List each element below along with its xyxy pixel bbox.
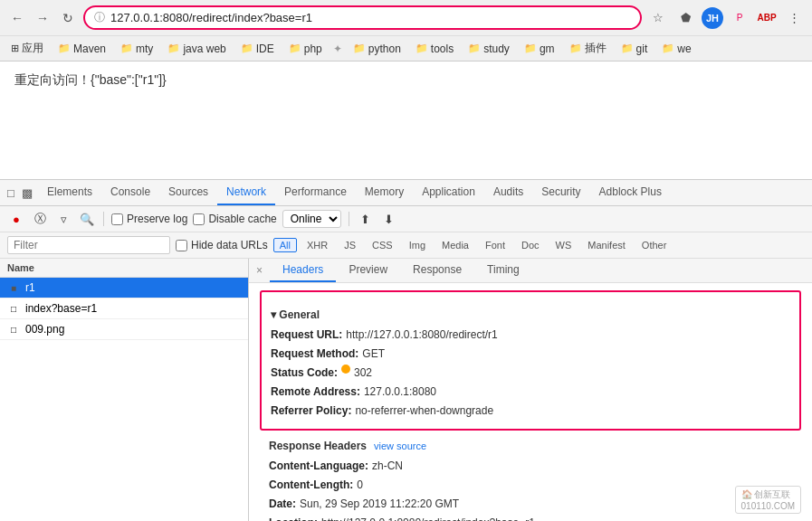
network-list: Name ■ r1 □ index?base=r1 □ 009.png xyxy=(0,259,249,521)
filter-js[interactable]: JS xyxy=(338,238,362,252)
network-item-name: index?base=r1 xyxy=(25,302,97,315)
back-button[interactable]: ← xyxy=(7,8,27,28)
hide-data-urls-checkbox[interactable] xyxy=(176,240,187,251)
disable-cache-label[interactable]: Disable cache xyxy=(193,213,276,225)
devtools-tab-bar: □ ▩ Elements Console Sources Network Per… xyxy=(0,180,812,206)
watermark-text: 🏠 创新互联 xyxy=(741,489,791,499)
tab-memory[interactable]: Memory xyxy=(356,180,413,205)
network-item-index[interactable]: □ index?base=r1 xyxy=(0,298,248,319)
preserve-log-label[interactable]: Preserve log xyxy=(111,213,187,225)
remote-address-key: Remote Address: xyxy=(271,384,360,400)
filter-ws[interactable]: WS xyxy=(549,238,578,252)
hide-data-urls-label[interactable]: Hide data URLs xyxy=(176,239,268,251)
folder-icon: 📁 xyxy=(58,43,71,54)
reload-button[interactable]: ↻ xyxy=(58,8,78,28)
bookmark-we[interactable]: 📁 we xyxy=(658,41,694,57)
bookmark-label: php xyxy=(304,43,322,55)
qr-button[interactable]: ⬟ xyxy=(674,7,696,29)
request-url-key: Request URL: xyxy=(271,327,342,343)
response-view-source[interactable]: view source xyxy=(374,440,426,451)
filter-button[interactable]: ▿ xyxy=(54,210,72,228)
filter-xhr[interactable]: XHR xyxy=(301,238,334,252)
filter-input[interactable] xyxy=(7,236,170,254)
referrer-policy-val: no-referrer-when-downgrade xyxy=(355,403,493,419)
folder-icon: 📁 xyxy=(621,43,634,54)
network-item-r1[interactable]: ■ r1 xyxy=(0,278,248,298)
file-icon: ■ xyxy=(7,281,20,294)
tab-performance[interactable]: Performance xyxy=(275,180,356,205)
bookmark-python[interactable]: 📁 python xyxy=(349,41,405,57)
bookmark-label: study xyxy=(483,43,510,55)
clear-button[interactable]: Ⓧ xyxy=(31,210,49,228)
tab-sources[interactable]: Sources xyxy=(159,180,217,205)
devtools-panel: □ ▩ Elements Console Sources Network Per… xyxy=(0,179,812,521)
device-icon[interactable]: ▩ xyxy=(20,185,34,200)
import-button[interactable]: ⬆ xyxy=(357,210,375,228)
bookmark-javaweb[interactable]: 📁 java web xyxy=(164,41,229,57)
content-language-row: Content-Language: zh-CN xyxy=(269,458,801,474)
bookmark-label: git xyxy=(636,43,648,55)
filter-media[interactable]: Media xyxy=(435,238,475,252)
bookmark-mty[interactable]: 📁 mty xyxy=(117,41,157,57)
bookmark-ide[interactable]: 📁 IDE xyxy=(237,41,278,57)
adblock-button[interactable]: ABP xyxy=(756,7,778,29)
address-bar[interactable]: ⓘ 127.0.0.1:8080/redirect/index?base=r1 xyxy=(83,5,642,30)
tab-security[interactable]: Security xyxy=(532,180,589,205)
disable-cache-checkbox[interactable] xyxy=(193,213,205,225)
bookmark-study[interactable]: 📁 study xyxy=(464,41,513,57)
bookmark-apps[interactable]: ⊞ 应用 xyxy=(7,39,47,58)
tab-audits[interactable]: Audits xyxy=(484,180,532,205)
bookmark-git[interactable]: 📁 git xyxy=(617,41,652,57)
throttle-select[interactable]: Online xyxy=(282,210,341,228)
tab-network[interactable]: Network xyxy=(217,180,275,205)
tab-elements[interactable]: Elements xyxy=(38,180,101,205)
bookmark-label: tools xyxy=(431,43,454,55)
filter-img[interactable]: Img xyxy=(403,238,432,252)
status-code-key: Status Code: xyxy=(271,365,338,381)
bookmark-label: gm xyxy=(540,43,555,55)
date-row: Date: Sun, 29 Sep 2019 11:22:20 GMT xyxy=(269,496,801,512)
preserve-log-checkbox[interactable] xyxy=(111,213,123,225)
divider2 xyxy=(349,212,349,226)
filter-other[interactable]: Other xyxy=(635,238,673,252)
bookmark-php[interactable]: 📁 php xyxy=(285,41,326,57)
export-button[interactable]: ⬇ xyxy=(380,210,398,228)
forward-button[interactable]: → xyxy=(33,8,53,28)
bookmark-gm[interactable]: 📁 gm xyxy=(521,41,559,57)
general-section: ▾ General Request URL: http://127.0.0.1:… xyxy=(260,290,801,431)
extension1-button[interactable]: P xyxy=(729,7,750,29)
network-toolbar: ● Ⓧ ▿ 🔍 Preserve log Disable cache Onlin… xyxy=(0,206,812,232)
tab-adblock[interactable]: Adblock Plus xyxy=(590,180,671,205)
folder-icon: 📁 xyxy=(468,43,481,54)
network-item-name: 009.png xyxy=(25,323,64,336)
filter-css[interactable]: CSS xyxy=(366,238,399,252)
filter-font[interactable]: Font xyxy=(479,238,511,252)
watermark-sub: 010110.COM xyxy=(741,501,795,511)
more-button[interactable]: ⋮ xyxy=(783,7,805,29)
bookmark-label: 插件 xyxy=(585,41,607,56)
close-tab[interactable]: × xyxy=(249,260,270,281)
bookmark-button[interactable]: ☆ xyxy=(647,7,669,29)
search-button[interactable]: 🔍 xyxy=(78,210,96,228)
content-language-key: Content-Language: xyxy=(269,458,368,474)
bookmark-maven[interactable]: 📁 Maven xyxy=(54,41,110,57)
account-button[interactable]: JH xyxy=(702,7,723,29)
page-text: 重定向访问！{"base":["r1"]} xyxy=(14,72,798,89)
network-item-png[interactable]: □ 009.png xyxy=(0,319,248,340)
detail-tab-headers[interactable]: Headers xyxy=(270,259,336,282)
record-button[interactable]: ● xyxy=(7,210,25,228)
bookmark-tools[interactable]: 📁 tools xyxy=(412,41,457,57)
detail-tab-timing[interactable]: Timing xyxy=(474,259,532,282)
tab-console[interactable]: Console xyxy=(101,180,159,205)
filter-doc[interactable]: Doc xyxy=(515,238,546,252)
request-method-row: Request Method: GET xyxy=(271,346,790,362)
bookmark-plugin[interactable]: 📁 插件 xyxy=(566,39,610,58)
inspect-icon[interactable]: □ xyxy=(4,185,18,200)
detail-tab-response[interactable]: Response xyxy=(400,259,474,282)
request-method-key: Request Method: xyxy=(271,346,358,362)
filter-manifest[interactable]: Manifest xyxy=(581,238,632,252)
filter-all[interactable]: All xyxy=(273,238,297,252)
detail-tab-preview[interactable]: Preview xyxy=(336,259,400,282)
page-content: 重定向访问！{"base":["r1"]} xyxy=(0,62,812,179)
tab-application[interactable]: Application xyxy=(413,180,484,205)
